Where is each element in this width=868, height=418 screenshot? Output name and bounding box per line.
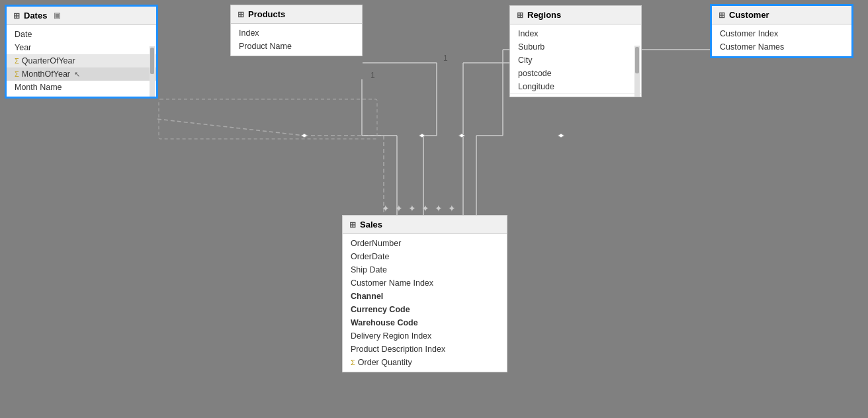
- field-label: Product Name: [239, 42, 292, 51]
- table-row[interactable]: postcode: [510, 67, 641, 80]
- products-table-header: ⊞ Products: [231, 5, 362, 24]
- field-label: OrderNumber: [351, 239, 401, 248]
- table-row[interactable]: Channel: [343, 290, 507, 303]
- customer-table-header: ⊞ Customer: [712, 6, 851, 24]
- products-table-body: Index Product Name: [231, 24, 362, 56]
- customer-table-title: Customer: [729, 10, 769, 20]
- svg-marker-27: [419, 134, 425, 138]
- sales-table-header: ⊞ Sales: [343, 216, 507, 234]
- field-label: Channel: [351, 292, 383, 301]
- svg-text:1: 1: [370, 71, 375, 80]
- dates-table-title: Dates: [24, 11, 47, 21]
- cursor-pointer: ↖: [74, 70, 80, 79]
- svg-text:✦: ✦: [421, 203, 429, 214]
- regions-table-body: Index Suburb City postcode Longitude: [510, 24, 641, 97]
- table-row[interactable]: Customer Index: [712, 27, 851, 40]
- field-label: Order Quantity: [358, 358, 412, 367]
- svg-text:✦: ✦: [408, 203, 416, 214]
- products-table: ⊞ Products Index Product Name: [230, 5, 363, 56]
- regions-scrollbar[interactable]: [634, 46, 640, 97]
- regions-scrollbar-thumb[interactable]: [635, 47, 639, 73]
- field-label: Ship Date: [351, 265, 387, 274]
- field-label: MonthOfYear: [22, 69, 70, 79]
- svg-text:✦: ✦: [448, 203, 456, 214]
- dates-scrollbar[interactable]: [150, 46, 155, 97]
- field-label: Customer Names: [720, 42, 784, 52]
- field-label: OrderDate: [351, 252, 389, 261]
- sigma-icon: Σ: [15, 57, 19, 65]
- svg-text:✦: ✦: [382, 203, 390, 214]
- table-grid-icon: ⊞: [349, 220, 356, 230]
- dates-table-body: Date Year Σ QuarterOfYear Σ MonthOfYear …: [7, 25, 156, 97]
- field-label: Delivery Region Index: [351, 331, 431, 341]
- dates-scrollbar-thumb[interactable]: [150, 48, 154, 74]
- table-row[interactable]: Customer Name Index: [343, 276, 507, 290]
- table-grid-icon: ⊞: [13, 11, 20, 21]
- table-grid-icon: ⊞: [718, 11, 725, 20]
- table-row[interactable]: Product Description Index: [343, 343, 507, 356]
- field-label: City: [518, 56, 533, 65]
- regions-table-title: Regions: [527, 10, 561, 20]
- sales-table-title: Sales: [360, 220, 382, 230]
- svg-text:1: 1: [443, 54, 448, 63]
- field-label: QuarterOfYear: [22, 56, 75, 65]
- dates-minimize-icon[interactable]: ▣: [54, 11, 60, 20]
- field-label: Currency Code: [351, 305, 410, 314]
- field-label: Month Name: [15, 83, 62, 92]
- field-label: Warehouse Code: [351, 318, 418, 327]
- field-label: Customer Index: [720, 29, 778, 38]
- sigma-icon: Σ: [351, 358, 355, 366]
- table-row[interactable]: Longitude: [510, 80, 641, 94]
- table-row[interactable]: OrderDate: [343, 250, 507, 263]
- table-row[interactable]: Warehouse Code: [343, 316, 507, 329]
- table-row[interactable]: Index: [510, 27, 641, 40]
- svg-marker-29: [558, 134, 564, 138]
- table-row[interactable]: Delivery Region Index: [343, 329, 507, 343]
- table-row[interactable]: Year: [7, 41, 156, 54]
- table-row[interactable]: Suburb: [510, 40, 641, 54]
- sigma-icon: Σ: [15, 70, 19, 78]
- svg-marker-26: [301, 134, 308, 138]
- table-row[interactable]: Date: [7, 28, 156, 41]
- field-label: Customer Name Index: [351, 278, 433, 288]
- regions-table: ⊞ Regions Index Suburb City postcode Lon…: [509, 5, 642, 97]
- table-row[interactable]: Ship Date: [343, 263, 507, 276]
- table-row[interactable]: Index: [231, 26, 362, 40]
- table-row[interactable]: OrderNumber: [343, 237, 507, 250]
- svg-rect-30: [159, 99, 377, 139]
- sales-table-body: OrderNumber OrderDate Ship Date Customer…: [343, 234, 507, 372]
- field-label: Product Description Index: [351, 345, 445, 354]
- dates-table-header: ⊞ Dates ▣: [7, 7, 156, 25]
- table-row[interactable]: Customer Names: [712, 40, 851, 54]
- customer-table: ⊞ Customer Customer Index Customer Names: [711, 5, 853, 58]
- sales-table: ⊞ Sales OrderNumber OrderDate Ship Date …: [342, 215, 507, 372]
- field-label: Longitude: [518, 82, 554, 91]
- products-table-title: Products: [248, 9, 285, 19]
- table-grid-icon: ⊞: [517, 11, 523, 20]
- table-row[interactable]: Product Name: [231, 40, 362, 53]
- field-label: Index: [518, 29, 539, 38]
- table-row[interactable]: Σ QuarterOfYear: [7, 54, 156, 67]
- table-row[interactable]: Σ Order Quantity: [343, 356, 507, 369]
- svg-line-0: [157, 119, 304, 136]
- field-label: postcode: [518, 69, 552, 78]
- field-label: Year: [15, 43, 31, 52]
- svg-marker-28: [458, 134, 465, 138]
- table-row[interactable]: Currency Code: [343, 303, 507, 316]
- svg-text:✦: ✦: [395, 203, 403, 214]
- regions-table-header: ⊞ Regions: [510, 6, 641, 24]
- table-row[interactable]: Σ MonthOfYear ↖: [7, 67, 156, 81]
- svg-text:✦: ✦: [435, 203, 443, 214]
- table-row[interactable]: Month Name: [7, 81, 156, 94]
- customer-table-body: Customer Index Customer Names: [712, 24, 851, 56]
- field-label: Suburb: [518, 42, 544, 52]
- table-row[interactable]: City: [510, 54, 641, 67]
- table-grid-icon: ⊞: [238, 10, 244, 19]
- field-label: Index: [239, 28, 259, 38]
- dates-table: ⊞ Dates ▣ Date Year Σ QuarterOfYear Σ Mo…: [5, 5, 157, 98]
- field-label: Date: [15, 30, 32, 39]
